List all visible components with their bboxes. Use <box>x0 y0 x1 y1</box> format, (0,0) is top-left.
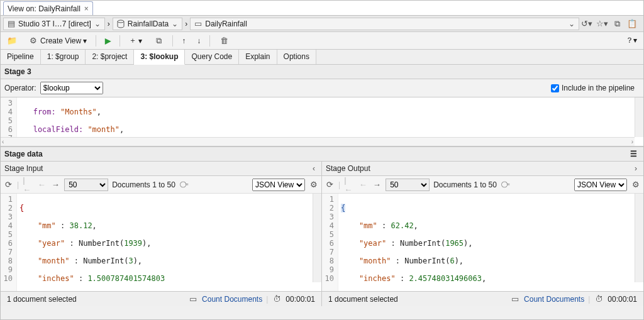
prev-page-icon[interactable]: ← <box>358 180 368 190</box>
count-icon: ▭ <box>188 294 198 304</box>
search-docs-icon[interactable]: ⧃ <box>179 180 189 190</box>
chevron-down-icon[interactable]: ⌄ <box>93 19 102 28</box>
tab-query-code[interactable]: Query Code <box>185 50 239 64</box>
line-no: 9 <box>322 265 334 274</box>
t: "inches" <box>19 274 74 283</box>
stage-output-header: Stage Output › <box>322 162 643 176</box>
open-folder-button[interactable]: 📁 <box>4 35 19 47</box>
include-checkbox-input[interactable] <box>551 84 559 92</box>
output-status-bar: 1 document selected ▭ Count Documents | … <box>322 292 643 306</box>
star-icon[interactable]: ☆▾ <box>597 19 607 29</box>
page-size-select[interactable]: 50 <box>386 179 430 191</box>
svg-point-0 <box>118 20 124 23</box>
help-icon: ？▾ <box>626 35 637 46</box>
help-button[interactable]: ？▾ <box>623 34 640 47</box>
code-key: localField: <box>19 125 87 134</box>
t: "year" <box>19 239 65 248</box>
delete-button[interactable]: 🗑 <box>216 35 231 47</box>
search-docs-icon[interactable]: ⧃ <box>501 180 511 190</box>
stage-tab-bar: Pipeline 1: $group 2: $project 3: $looku… <box>1 50 643 65</box>
next-page-icon[interactable]: → <box>50 180 60 190</box>
input-gutter: 12345678910 <box>1 194 17 291</box>
count-documents-link[interactable]: Count Documents <box>524 295 584 304</box>
count-documents-link[interactable]: Count Documents <box>202 295 262 304</box>
t: : <box>56 221 70 230</box>
output-code-body[interactable]: { "mm" : 62.42, "year" : NumberInt(1965)… <box>338 194 643 291</box>
chevron-down-icon[interactable]: ⌄ <box>170 19 179 28</box>
output-scrollbar-v[interactable] <box>635 194 643 282</box>
line-no: 1 <box>1 195 13 204</box>
breadcrumb-conn-label: Studio 3T I…7 [direct] <box>18 19 91 28</box>
stage-input-code[interactable]: 12345678910 { "mm" : 38.12, "year" : Num… <box>1 194 321 291</box>
history-icon[interactable]: ↺▾ <box>582 19 592 29</box>
stage-header: Stage 3 <box>1 65 643 79</box>
t: , <box>414 221 418 230</box>
tab-options[interactable]: Options <box>277 50 316 64</box>
line-no: 5 <box>1 230 13 239</box>
run-button[interactable]: ▶ <box>103 35 113 47</box>
add-button[interactable]: ＋▾ <box>126 34 145 47</box>
paste-icon[interactable]: 📋 <box>627 19 637 29</box>
separator <box>172 35 173 47</box>
line-no: 7 <box>1 248 13 257</box>
collapse-right-icon[interactable]: › <box>632 164 640 173</box>
breadcrumb-connection[interactable]: ▤ Studio 3T I…7 [direct] ⌄ <box>3 18 105 30</box>
t: : <box>74 274 88 283</box>
line-no: 3 <box>1 212 13 221</box>
t: 2.45748031496063 <box>409 274 482 283</box>
t: : <box>396 274 409 283</box>
line-no: 5 <box>322 230 334 239</box>
t: 38.12 <box>69 221 92 230</box>
file-tab[interactable]: View on: DailyRainfall × <box>3 1 93 15</box>
collapse-left-icon[interactable]: ‹ <box>310 164 318 173</box>
layout-toggle-icon[interactable]: ☰ <box>630 150 640 158</box>
breadcrumb-sep: › <box>185 19 187 28</box>
operator-select[interactable]: $lookup <box>40 82 103 94</box>
editor-scrollbar-h[interactable]: ‹› <box>1 137 635 146</box>
input-code-body[interactable]: { "mm" : 38.12, "year" : NumberInt(1939)… <box>17 194 321 291</box>
view-mode-select[interactable]: JSON View <box>574 179 627 191</box>
create-view-button[interactable]: ⚙ Create View ▾ <box>26 35 89 47</box>
chevron-down-icon[interactable]: ⌄ <box>567 19 576 28</box>
first-page-icon[interactable]: |← <box>23 180 33 190</box>
t: : NumberInt( <box>69 257 128 265</box>
refresh-icon[interactable]: ⟳ <box>325 180 335 190</box>
breadcrumb-collection[interactable]: ▭ DailyRainfall ⌄ <box>190 18 579 30</box>
gear-icon[interactable]: ⚙ <box>631 180 641 190</box>
duplicate-button[interactable]: ⧉ <box>151 35 166 47</box>
close-icon[interactable]: × <box>84 4 89 13</box>
next-page-icon[interactable]: → <box>372 180 382 190</box>
include-pipeline-checkbox[interactable]: Include in the pipeline <box>551 84 640 92</box>
tab-stage-2[interactable]: 2: $project <box>86 50 134 64</box>
move-down-button[interactable]: ↓ <box>194 35 203 47</box>
copy-icon[interactable]: ⧉ <box>612 19 622 29</box>
page-size-select[interactable]: 50 <box>64 179 108 191</box>
tab-stage-3[interactable]: 3: $lookup <box>134 50 185 65</box>
breadcrumb-database[interactable]: RainfallData ⌄ <box>113 18 182 30</box>
separator <box>209 35 210 47</box>
refresh-icon[interactable]: ⟳ <box>3 180 13 190</box>
prev-page-icon[interactable]: ← <box>36 180 47 190</box>
breadcrumb-sep: › <box>108 19 110 28</box>
move-up-button[interactable]: ↑ <box>179 35 188 47</box>
t: : NumberInt( <box>391 257 450 265</box>
line-no: 5 <box>1 116 13 125</box>
editor-scrollbar-v[interactable] <box>635 97 643 137</box>
tab-stage-1[interactable]: 1: $group <box>41 50 86 64</box>
input-scrollbar-v[interactable] <box>313 194 321 282</box>
t: : NumberInt( <box>386 239 445 248</box>
line-no: 6 <box>322 239 334 248</box>
t: "inches" <box>341 274 396 283</box>
view-mode-select[interactable]: JSON View <box>252 179 305 191</box>
include-label: Include in the pipeline <box>562 84 635 92</box>
collection-icon: ▭ <box>193 19 203 29</box>
nav-sep: | <box>338 180 340 189</box>
stage-output-code[interactable]: 12345678910 { "mm" : 62.42, "year" : Num… <box>322 194 643 291</box>
gear-icon[interactable]: ⚙ <box>309 180 319 190</box>
t: 1965 <box>445 239 464 248</box>
first-page-icon[interactable]: |← <box>344 180 354 190</box>
tab-explain[interactable]: Explain <box>239 50 277 64</box>
stage-editor[interactable]: 3 4 5 6 7 from: "Months", localField: "m… <box>1 97 643 146</box>
tab-pipeline[interactable]: Pipeline <box>1 50 41 64</box>
code-str: "month" <box>87 125 119 134</box>
